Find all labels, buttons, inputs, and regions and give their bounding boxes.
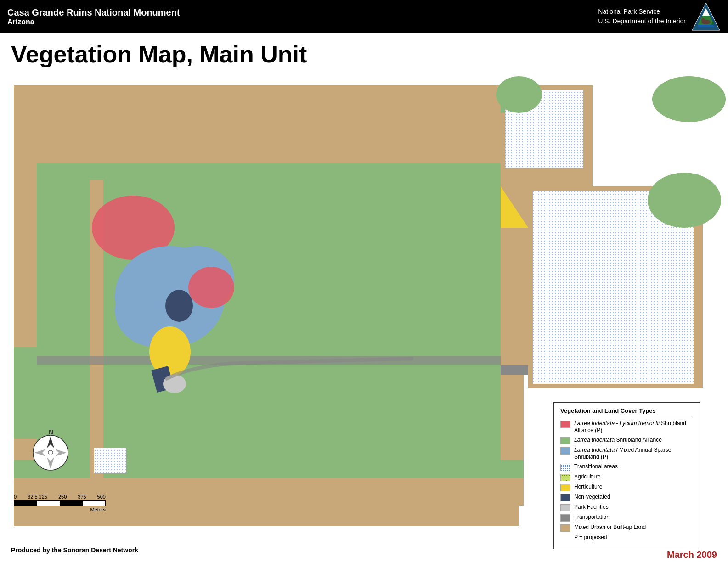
label-non-vegetated: Non-vegetated [574, 494, 610, 501]
legend-item-p: P = proposed [560, 534, 694, 542]
svg-rect-48 [14, 347, 37, 439]
legend-item-1: Larrea tridentata - Lycium fremontii Shr… [560, 420, 694, 434]
svg-rect-10 [83, 163, 129, 180]
header: Casa Grande Ruins National Monument Ariz… [0, 0, 728, 33]
state-subtitle: Arizona [7, 18, 180, 26]
scale-62: 62.5 125 [28, 494, 47, 500]
svg-text:N: N [49, 428, 53, 436]
swatch-park-facilities [560, 504, 570, 511]
legend-item-2: Larrea tridentata Shrubland Alliance [560, 437, 694, 444]
svg-rect-34 [501, 365, 528, 375]
label-transitional: Transitional areas [574, 463, 618, 471]
swatch-p [560, 534, 570, 542]
svg-point-41 [165, 290, 193, 322]
swatch-transitional [560, 464, 570, 471]
svg-point-4 [701, 18, 705, 22]
svg-point-32 [496, 76, 542, 113]
department-name: U.S. Department of the Interior [598, 17, 686, 26]
agency-text: National Park Service U.S. Department of… [598, 7, 686, 26]
label-park-facilities: Park Facilities [574, 504, 609, 511]
swatch-larrea-shrubland [560, 437, 570, 444]
label-agriculture: Agriculture [574, 473, 600, 481]
swatch-non-vegetated [560, 494, 570, 501]
page-title: Vegetation Map, Main Unit [0, 33, 728, 72]
scale-500: 500 [97, 494, 106, 500]
scale-seg-1 [14, 501, 37, 506]
swatch-horticulture [560, 484, 570, 491]
legend-item-8: Park Facilities [560, 504, 694, 511]
label-larrea-shrubland: Larrea tridentata Shrubland Alliance [574, 437, 662, 444]
label-horticulture: Horticulture [574, 483, 602, 491]
svg-rect-6 [698, 25, 714, 27]
svg-rect-14 [377, 163, 436, 180]
svg-rect-11 [147, 163, 202, 180]
svg-point-40 [188, 267, 234, 308]
legend-item-3: Larrea tridentata / Mixed Annual Sparse … [560, 447, 694, 461]
svg-rect-12 [225, 163, 271, 180]
legend: Vegetation and Land Cover Types Larrea t… [553, 402, 700, 549]
monument-title: Casa Grande Ruins National Monument [7, 7, 180, 18]
map-container: N Vegetation and Land Cover Types Larrea… [0, 72, 728, 567]
label-p: P = proposed [574, 534, 607, 541]
scale-seg-2 [37, 501, 60, 506]
header-right: National Park Service U.S. Department of… [598, 2, 721, 31]
legend-item-9: Transportation [560, 514, 694, 522]
scale-250: 250 [58, 494, 67, 500]
agency-name: National Park Service [598, 7, 686, 17]
scale-numbers: 0 62.5 125 250 375 500 [14, 494, 106, 500]
svg-point-29 [648, 173, 721, 228]
scale-bar-graphic [14, 500, 106, 506]
swatch-agriculture [560, 474, 570, 481]
label-transportation: Transportation [574, 514, 609, 521]
scale-unit: Meters [14, 507, 106, 512]
swatch-larrea-lycium [560, 421, 570, 428]
svg-point-33 [652, 76, 726, 122]
svg-rect-13 [289, 163, 354, 180]
scale-seg-4 [83, 501, 105, 506]
scale-seg-3 [60, 501, 83, 506]
producer-text: Produced by the Sonoran Desert Network [11, 546, 138, 554]
legend-item-5: Agriculture [560, 473, 694, 481]
legend-item-6: Horticulture [560, 483, 694, 491]
legend-item-10: Mixed Urban or Built-up Land [560, 524, 694, 532]
legend-item-7: Non-vegetated [560, 494, 694, 501]
swatch-mixed-urban [560, 524, 570, 532]
svg-point-57 [48, 450, 53, 455]
swatch-transportation [560, 514, 570, 522]
legend-item-4: Transitional areas [560, 463, 694, 471]
scale-375: 375 [78, 494, 86, 500]
scale-bar: 0 62.5 125 250 375 500 Meters [14, 494, 106, 512]
date-label: March 2009 [667, 550, 717, 560]
header-left: Casa Grande Ruins National Monument Ariz… [7, 7, 180, 26]
nps-logo [691, 2, 721, 31]
label-larrea-lycium: Larrea tridentata - Lycium fremontii Shr… [574, 420, 694, 434]
label-mixed-urban: Mixed Urban or Built-up Land [574, 524, 646, 531]
legend-title: Vegetation and Land Cover Types [560, 407, 694, 416]
label-larrea-mixed: Larrea tridentata / Mixed Annual Sparse … [574, 447, 694, 461]
svg-rect-47 [94, 448, 126, 473]
scale-0: 0 [14, 494, 17, 500]
swatch-larrea-mixed [560, 447, 570, 455]
